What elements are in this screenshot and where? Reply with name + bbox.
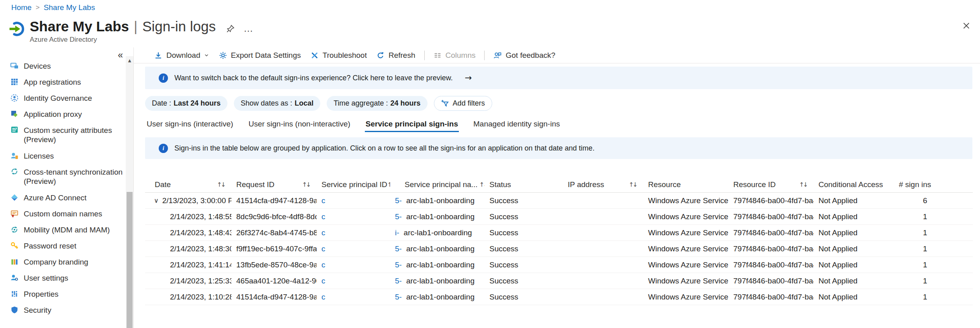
column-header-service-principal-id[interactable]: Service principal ID↑↓ [317, 177, 390, 192]
add-filters-button[interactable]: Add filters [434, 96, 492, 111]
tab-managed-identity-sign-ins[interactable]: Managed identity sign-ins [472, 117, 561, 134]
expand-chevron-icon[interactable]: ∨ [154, 198, 159, 204]
column-header-date[interactable]: Date↑↓ [145, 177, 231, 192]
column-header-status[interactable]: Status [485, 177, 563, 192]
column-header-request-id[interactable]: Request ID↑↓ [231, 177, 317, 192]
column-header-ip-address[interactable]: IP address↑↓ [563, 177, 643, 192]
table-row[interactable]: 2/14/2023, 1:48:30 PMf9ff19ec-b619-407c-… [145, 241, 973, 257]
column-header-sign-ins[interactable]: # sign ins [894, 177, 973, 192]
cell-service-principal-id[interactable]: c [317, 289, 390, 305]
cell-resource-id: 797f4846-ba00-4fd7-ba4... [728, 257, 814, 273]
column-header-resource[interactable]: Resource [643, 177, 728, 192]
sidebar-scrollbar[interactable]: ▲ [126, 56, 133, 328]
sidebar-item-label: Custom domain names [24, 209, 102, 218]
more-icon[interactable]: … [243, 26, 253, 31]
refresh-button[interactable]: Refresh [372, 48, 420, 63]
cell-conditional-access: Not Applied [814, 273, 894, 289]
preview-banner-message[interactable]: Want to switch back to the default sign-… [174, 74, 453, 82]
column-label: Conditional Access [818, 180, 883, 189]
cell-resource-id: 797f4846-ba00-4fd7-ba4... [728, 193, 814, 208]
cell-sign-in-count: 1 [894, 225, 973, 240]
arrow-right-icon[interactable]: → [465, 73, 472, 83]
pin-icon[interactable] [226, 24, 235, 33]
cell-request-id: 13fb5ede-8570-48ce-9a... [231, 257, 317, 273]
service-principal-id-link[interactable]: 5- [395, 193, 402, 208]
cell-resource-id: 797f4846-ba00-4fd7-ba4... [728, 289, 814, 305]
sidebar-item-application-proxy[interactable]: Application proxy [0, 106, 133, 122]
download-button[interactable]: Download [149, 48, 214, 63]
service-principal-id-link[interactable]: 5- [395, 273, 402, 289]
service-principal-id-link[interactable]: 5- [395, 289, 402, 305]
table-header-row: Date↑↓Request ID↑↓Service principal ID↑↓… [145, 177, 973, 193]
sidebar-item-devices[interactable]: Devices [0, 58, 133, 74]
service-principal-id-link[interactable]: 5- [395, 257, 402, 273]
sidebar-item-mobility-mdm-and-mam[interactable]: Mobility (MDM and MAM) [0, 222, 133, 238]
filter-pill-date[interactable]: Date :Last 24 hours [145, 96, 227, 111]
tab-service-principal-sign-ins[interactable]: Service principal sign-ins [364, 117, 460, 134]
feedback-button[interactable]: Got feedback? [489, 48, 560, 63]
service-principal-id-link[interactable]: 5- [395, 241, 402, 257]
table-row[interactable]: 2/14/2023, 1:48:55 PM8dc9c9d6-bfce-4df8-… [145, 209, 973, 225]
table-row[interactable]: ∨2/13/2023, 3:00:00 PM41514cfa-d947-4128… [145, 193, 973, 209]
filter-pill-label: Time aggregate : [333, 99, 388, 108]
sidebar-item-password-reset[interactable]: Password reset [0, 238, 133, 254]
page-title: Share My Labs | Sign-in logs … [30, 18, 253, 35]
cell-service-principal-id[interactable]: c [317, 209, 390, 224]
sidebar-item-custom-security-attributes[interactable]: Custom security attributes(Preview) [0, 122, 133, 148]
cell-sign-in-count: 1 [894, 241, 973, 257]
filter-pill-show-dates-as[interactable]: Show dates as :Local [234, 96, 320, 111]
table-row[interactable]: 2/14/2023, 1:25:33 PM465aa401-120e-4a12-… [145, 273, 973, 289]
service-principal-id-link[interactable]: i- [395, 225, 399, 240]
scrollbar-thumb[interactable] [127, 192, 133, 328]
service-principal-name-text: arc-lab1-onboarding [406, 257, 475, 273]
cell-date: 2/14/2023, 1:48:55 PM [145, 209, 231, 224]
sidebar-item-label: Security [24, 306, 51, 315]
column-header-resource-id[interactable]: Resource ID↑↓ [728, 177, 814, 192]
filter-pill-time-aggregate[interactable]: Time aggregate :24 hours [327, 96, 427, 111]
sidebar-item-company-branding[interactable]: Company branding [0, 254, 133, 270]
sidebar-item-security[interactable]: Security [0, 302, 133, 318]
sidebar-item-licenses[interactable]: Licenses [0, 148, 133, 164]
company-branding-icon [10, 258, 18, 266]
service-principal-name-text: arc-lab1-onboarding [406, 209, 475, 224]
tab-user-sign-ins-interactive[interactable]: User sign-ins (interactive) [145, 117, 235, 134]
cell-service-principal-id[interactable]: c [317, 273, 390, 289]
column-header-conditional-access[interactable]: Conditional Access [814, 177, 894, 192]
troubleshoot-button[interactable]: Troubleshoot [306, 48, 372, 63]
cell-ip-address [563, 289, 643, 305]
export-data-settings-button[interactable]: Export Data Settings [214, 48, 306, 63]
sidebar-collapse-icon[interactable]: « [118, 50, 123, 61]
sidebar-item-cross-tenant-synchronization[interactable]: Cross-tenant synchronization(Preview) [0, 164, 133, 189]
table-row[interactable]: 2/14/2023, 1:48:43 PM26f3274c-8ab4-4745-… [145, 225, 973, 241]
sidebar-item-identity-governance[interactable]: Identity Governance [0, 90, 133, 106]
table-row[interactable]: 2/14/2023, 1:41:14 PM13fb5ede-8570-48ce-… [145, 257, 973, 273]
sidebar-item-app-registrations[interactable]: App registrations [0, 74, 133, 90]
columns-button[interactable]: Columns [429, 48, 481, 63]
cell-resource: Windows Azure Service ... [643, 241, 728, 257]
cell-sign-in-count: 1 [894, 289, 973, 305]
scroll-up-icon[interactable]: ▲ [126, 56, 133, 64]
cell-service-principal-id[interactable]: c [317, 225, 390, 240]
cell-service-principal-id[interactable]: c [317, 193, 390, 208]
sidebar-item-azure-ad-connect[interactable]: Azure AD Connect [0, 189, 133, 206]
cell-service-principal-id[interactable]: c [317, 257, 390, 273]
breadcrumb-home-link[interactable]: Home [11, 3, 32, 12]
tab-user-sign-ins-non-interactive[interactable]: User sign-ins (non-interactive) [247, 117, 352, 134]
sidebar-item-custom-domain-names[interactable]: Custom domain names [0, 206, 133, 222]
column-label: # sign ins [899, 180, 931, 189]
sidebar-item-user-settings[interactable]: User settings [0, 270, 133, 286]
cell-conditional-access: Not Applied [814, 209, 894, 224]
breadcrumb-current-link[interactable]: Share My Labs [44, 3, 95, 12]
grouping-note: i Sign-ins in the table below are groupe… [145, 137, 972, 159]
cell-ip-address [563, 273, 643, 289]
column-label: Request ID [236, 180, 274, 189]
chevron-down-icon [204, 53, 209, 58]
service-principal-id-link[interactable]: 5- [395, 209, 402, 224]
cell-service-principal-id[interactable]: c [317, 241, 390, 257]
column-header-service-principal-na[interactable]: Service principal na...↑↓ [390, 177, 485, 192]
table-row[interactable]: 2/14/2023, 1:10:28 PM41514cfa-d947-4128-… [145, 289, 973, 305]
sidebar-item-properties[interactable]: Properties [0, 286, 133, 302]
troubleshoot-icon [311, 51, 319, 59]
cell-ip-address [563, 225, 643, 240]
close-icon[interactable] [962, 21, 971, 31]
